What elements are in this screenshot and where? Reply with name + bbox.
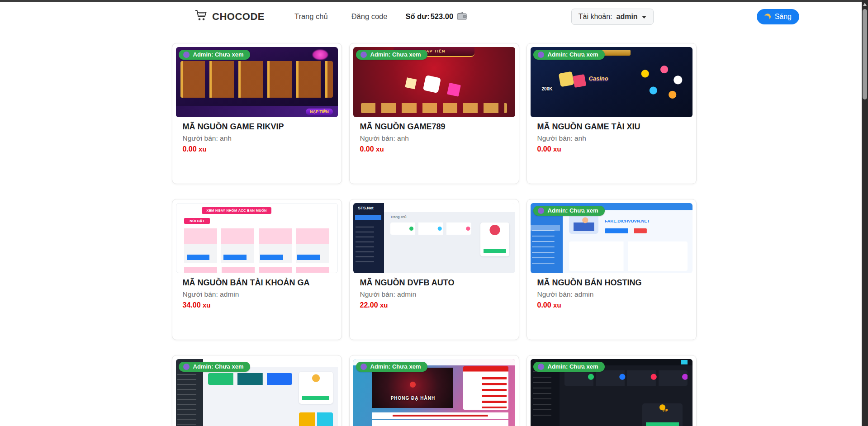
thumbnail-art bbox=[531, 365, 560, 426]
badge-label: Admin: Chưa xem bbox=[193, 51, 244, 58]
thumbnail-label: XEM NGAY NHÓM ACC BẠN MUỐN bbox=[202, 207, 271, 214]
balance-label: Số dư: bbox=[405, 12, 429, 21]
thumbnail-label: NẠP TIỀN bbox=[306, 109, 333, 115]
price-value: 0.00 bbox=[183, 145, 197, 153]
nav-trang-chu[interactable]: Trang chủ bbox=[294, 12, 328, 21]
status-badge: Admin: Chưa xem bbox=[356, 50, 427, 60]
thumbnail-art bbox=[605, 228, 647, 233]
thumbnail-art bbox=[372, 368, 453, 408]
header: CHOCODE Trang chủ Đăng code Số dư:523.00… bbox=[0, 2, 868, 31]
thumbnail-label: PHONG ĐẠ HÀNH bbox=[374, 396, 452, 401]
thumbnail-art bbox=[208, 373, 292, 385]
product-title[interactable]: MÃ NGUỒN DVFB AUTO bbox=[360, 278, 508, 288]
product-price: 0.00 xu bbox=[537, 301, 686, 309]
product-thumbnail[interactable]: NỔI BẬT XEM NGAY NHÓM ACC BẠN MUỐN bbox=[176, 203, 338, 273]
price-value: 0.00 bbox=[537, 145, 551, 153]
product-title[interactable]: MÃ NGUỒN GAME TÀI XIU bbox=[537, 122, 686, 132]
product-price: 0.00 xu bbox=[360, 145, 508, 153]
status-badge: Admin: Chưa xem bbox=[179, 50, 250, 60]
thumbnail-label: STS.Net bbox=[358, 206, 374, 210]
brand[interactable]: CHOCODE bbox=[194, 9, 265, 24]
thumbnail-art bbox=[390, 222, 471, 234]
badge-dot-icon bbox=[538, 364, 544, 370]
product-card[interactable]: STS.Net Trang chủ MÃ NGUỒN DVFB AUTO Ngư… bbox=[349, 199, 519, 340]
account-label: Tài khoản: bbox=[579, 13, 612, 21]
product-thumbnail[interactable]: NẠP TIỀN Admin: Chưa xem bbox=[353, 47, 515, 117]
thumbnail-art bbox=[313, 50, 328, 60]
price-value: 0.00 bbox=[537, 301, 551, 309]
account-dropdown[interactable]: Tài khoản: admin bbox=[571, 9, 654, 25]
price-value: 22.00 bbox=[360, 301, 378, 309]
product-grid: NẠP TIỀN Admin: Chưa xem MÃ NGUỒN GAME R… bbox=[172, 43, 697, 426]
status-badge: Admin: Chưa xem bbox=[533, 362, 605, 372]
badge-dot-icon bbox=[183, 364, 190, 370]
thumbnail-art bbox=[642, 403, 683, 426]
product-card[interactable]: 200K Casino Admin: Chưa xem MÃ NGUỒN GAM… bbox=[526, 43, 697, 184]
product-card[interactable]: NẠP TIỀN Admin: Chưa xem MÃ NGUỒN GAME R… bbox=[172, 43, 342, 184]
theme-toggle-button[interactable]: Sáng bbox=[757, 9, 799, 24]
product-thumbnail[interactable]: FAKE.DICHVUVN.NET Admin: Chưa xem bbox=[531, 203, 693, 273]
product-card-body: MÃ NGUỒN GAME789 Người bán: anh 0.00 xu bbox=[353, 117, 515, 153]
product-thumbnail[interactable]: VIP Admin: Chưa xem bbox=[531, 359, 693, 426]
thumbnail-art bbox=[463, 366, 508, 410]
brand-name: CHOCODE bbox=[212, 11, 265, 23]
product-card[interactable]: NẠP TIỀN Admin: Chưa xem MÃ NGUỒN GAME78… bbox=[349, 43, 519, 184]
product-thumbnail[interactable]: Admin: Chưa xem bbox=[176, 359, 338, 426]
product-seller: Người bán: anh bbox=[360, 134, 508, 142]
product-card-body: MÃ NGUỒN GAME RIKVIP Người bán: anh 0.00… bbox=[176, 117, 338, 153]
wallet-icon bbox=[457, 12, 467, 22]
chevron-down-icon bbox=[642, 16, 646, 19]
badge-dot-icon bbox=[538, 208, 544, 214]
badge-label: Admin: Chưa xem bbox=[548, 51, 598, 58]
product-thumbnail[interactable]: PHONG ĐẠ HÀNH Admin: Chưa xem bbox=[353, 359, 515, 426]
status-badge: Admin: Chưa xem bbox=[356, 362, 427, 372]
main-nav: Trang chủ Đăng code bbox=[294, 12, 388, 21]
thumbnail-art bbox=[184, 267, 329, 273]
product-thumbnail[interactable]: 200K Casino Admin: Chưa xem bbox=[531, 47, 693, 117]
scrollbar[interactable] bbox=[862, 0, 868, 426]
product-card[interactable]: PHONG ĐẠ HÀNH Admin: Chưa xem bbox=[349, 355, 519, 426]
moon-icon bbox=[764, 13, 772, 21]
price-unit: xu bbox=[553, 301, 561, 309]
price-value: 0.00 bbox=[360, 145, 374, 153]
thumbnail-art bbox=[361, 103, 507, 113]
thumbnail-art bbox=[569, 214, 598, 234]
product-seller: Người bán: admin bbox=[537, 290, 686, 298]
thumbnail-label: VIP bbox=[662, 408, 668, 412]
product-card[interactable]: FAKE.DICHVUVN.NET Admin: Chưa xem MÃ NGU… bbox=[526, 199, 697, 340]
badge-label: Admin: Chưa xem bbox=[370, 363, 421, 370]
badge-label: Admin: Chưa xem bbox=[548, 363, 598, 370]
product-price: 22.00 xu bbox=[360, 301, 508, 309]
thumbnail-art bbox=[187, 255, 329, 260]
product-card[interactable]: VIP Admin: Chưa xem bbox=[526, 355, 697, 426]
scrollbar-up-arrow-icon[interactable] bbox=[863, 3, 867, 6]
product-seller: Người bán: anh bbox=[183, 134, 331, 142]
product-title[interactable]: MÃ NGUỒN BÁN TÀI KHOẢN GA bbox=[183, 278, 331, 288]
product-seller: Người bán: admin bbox=[183, 290, 331, 298]
balance: Số dư:523.00 bbox=[405, 12, 467, 22]
product-price: 0.00 xu bbox=[183, 145, 331, 153]
price-unit: xu bbox=[553, 145, 561, 153]
thumbnail-label: 200K bbox=[542, 86, 553, 91]
badge-dot-icon bbox=[538, 52, 544, 58]
thumbnail-art bbox=[423, 75, 441, 93]
nav-dang-code[interactable]: Đăng code bbox=[351, 12, 388, 21]
product-title[interactable]: MÃ NGUỒN GAME789 bbox=[360, 122, 508, 132]
product-thumbnail[interactable]: STS.Net Trang chủ bbox=[353, 203, 515, 273]
product-title[interactable]: MÃ NGUỒN BÁN HOSTING bbox=[537, 278, 686, 288]
thumbnail-art bbox=[299, 372, 333, 404]
product-title[interactable]: MÃ NGUỒN GAME RIKVIP bbox=[183, 122, 331, 132]
thumbnail-label: Casino bbox=[588, 75, 608, 82]
thumbnail-art bbox=[559, 71, 574, 87]
price-unit: xu bbox=[380, 301, 388, 309]
product-seller: Người bán: admin bbox=[360, 290, 508, 298]
badge-label: Admin: Chưa xem bbox=[370, 51, 421, 58]
product-card[interactable]: Admin: Chưa xem bbox=[172, 355, 342, 426]
product-card[interactable]: NỔI BẬT XEM NGAY NHÓM ACC BẠN MUỐN MÃ NG… bbox=[172, 199, 342, 340]
thumbnail-art bbox=[531, 210, 563, 274]
thumbnail-art bbox=[353, 203, 384, 273]
scrollbar-thumb[interactable] bbox=[863, 9, 867, 99]
product-price: 34.00 xu bbox=[183, 301, 331, 309]
product-thumbnail[interactable]: NẠP TIỀN Admin: Chưa xem bbox=[176, 47, 338, 117]
product-card-body: MÃ NGUỒN BÁN TÀI KHOẢN GA Người bán: adm… bbox=[176, 273, 338, 309]
